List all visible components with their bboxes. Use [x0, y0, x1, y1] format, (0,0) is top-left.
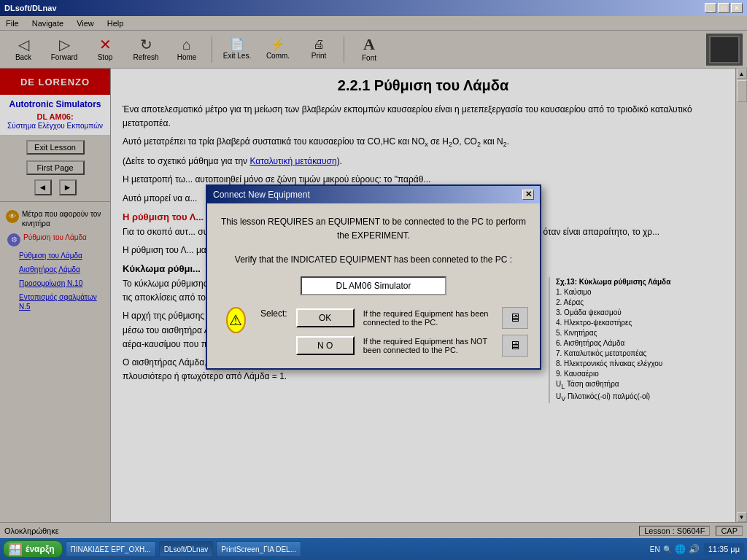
tray-search: 🔍: [663, 545, 672, 553]
ok-desc: If the required Equipment has been conne…: [363, 309, 493, 327]
modal-title-text: Connect New Equipment: [213, 190, 310, 200]
title-bar: DLsoft/DLnav _ □ ✕: [0, 0, 747, 16]
taskbar-printscreen[interactable]: PrintScreen_ΓΙΑ DEL...: [216, 541, 301, 557]
select-label: Select:: [260, 308, 287, 319]
warning-icon: ⚠: [226, 307, 246, 333]
modal-message: This lesson REQUIRES an EQUIPMENT to be …: [219, 215, 528, 243]
modal-title-bar: Connect New Equipment ✕: [207, 186, 540, 203]
close-btn[interactable]: ✕: [731, 3, 743, 13]
modal-overlay: Connect New Equipment ✕ This lesson REQU…: [0, 16, 747, 538]
taskbar-pinakides-label: ΠΙΝΑΚΙΔΕΣ ΕΡΓ_ΟΧΗ...: [71, 545, 151, 553]
ok-icon: 🖥: [502, 307, 528, 329]
no-icon: 🖥: [502, 335, 528, 357]
taskbar-right: EN 🔍 🌐 🔊 11:35 μμ: [650, 543, 744, 555]
modal-buttons: OK If the required Equipment has been co…: [296, 307, 528, 357]
taskbar-pinakides[interactable]: ΠΙΝΑΚΙΔΕΣ ΕΡΓ_ΟΧΗ...: [66, 541, 156, 557]
start-button[interactable]: 🪟 έναρξη: [3, 540, 63, 558]
taskbar: 🪟 έναρξη ΠΙΝΑΚΙΔΕΣ ΕΡΓ_ΟΧΗ... DLsoft/DLn…: [0, 538, 747, 560]
window-controls: _ □ ✕: [705, 3, 743, 13]
modal-body: This lesson REQUIRES an EQUIPMENT to be …: [207, 203, 540, 368]
tray-speaker: 🔊: [689, 544, 700, 554]
taskbar-dlsoft-label: DLsoft/DLnav: [164, 545, 209, 553]
no-desc: If the required Equipment has NOT been c…: [363, 337, 493, 354]
no-btn[interactable]: N O: [296, 336, 355, 355]
system-tray: EN 🔍 🌐 🔊: [650, 544, 700, 554]
modal-close-btn[interactable]: ✕: [522, 190, 534, 200]
no-row: N O If the required Equipment has NOT be…: [296, 335, 528, 357]
window-title: DLsoft/DLnav: [4, 4, 57, 12]
maximize-btn[interactable]: □: [718, 3, 729, 13]
modal-verify: Verify that the INDICATED EQUIPMENT has …: [219, 254, 528, 265]
taskbar-dlsoft[interactable]: DLsoft/DLnav: [159, 541, 214, 557]
tray-lang: EN: [650, 545, 660, 553]
clock: 11:35 μμ: [704, 543, 744, 555]
minimize-btn[interactable]: _: [705, 3, 716, 13]
start-icon: 🪟: [8, 542, 23, 556]
ok-row: OK If the required Equipment has been co…: [296, 307, 528, 329]
connect-equipment-modal: Connect New Equipment ✕ This lesson REQU…: [206, 184, 541, 370]
taskbar-printscreen-label: PrintScreen_ΓΙΑ DEL...: [221, 545, 296, 553]
tray-network: 🌐: [675, 544, 686, 554]
equipment-name-box: DL AM06 Simulator: [301, 276, 446, 295]
start-label: έναρξη: [26, 544, 55, 554]
ok-btn[interactable]: OK: [296, 308, 355, 327]
modal-select-row: ⚠ Select: OK If the required Equipment h…: [226, 307, 528, 357]
window: DLsoft/DLnav _ □ ✕ File Navigate View He…: [0, 0, 747, 560]
